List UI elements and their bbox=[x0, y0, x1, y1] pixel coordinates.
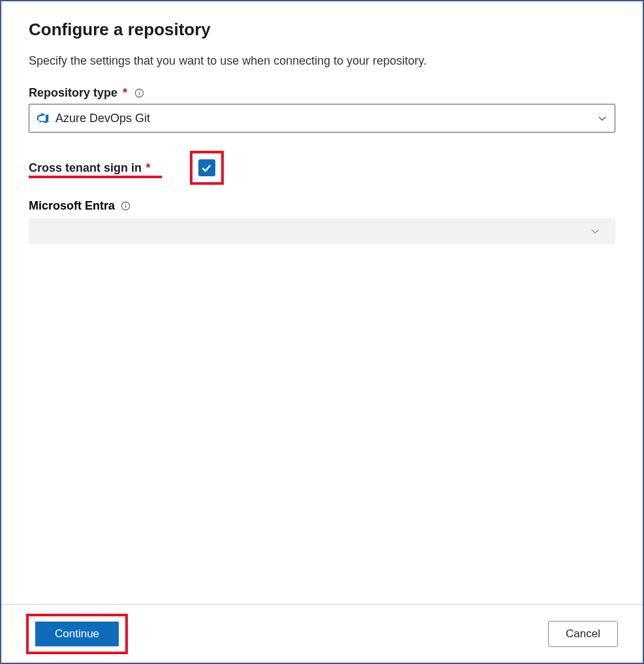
footer-bar: Continue Cancel bbox=[1, 604, 643, 663]
chevron-down-icon bbox=[598, 114, 607, 123]
info-icon[interactable] bbox=[134, 88, 144, 99]
microsoft-entra-select[interactable] bbox=[29, 218, 615, 244]
highlight-box-checkbox bbox=[190, 151, 224, 185]
page-title: Configure a repository bbox=[29, 20, 615, 40]
microsoft-entra-label: Microsoft Entra bbox=[29, 199, 115, 213]
repository-type-value: Azure DevOps Git bbox=[55, 112, 150, 125]
repository-type-select[interactable]: Azure DevOps Git bbox=[29, 104, 615, 133]
cross-tenant-checkbox[interactable] bbox=[198, 159, 215, 176]
chevron-down-icon bbox=[590, 227, 600, 236]
repository-type-label: Repository type bbox=[29, 86, 117, 100]
required-asterisk: * bbox=[123, 86, 127, 100]
continue-button[interactable]: Continue bbox=[35, 622, 119, 646]
cross-tenant-field: Cross tenant sign in * bbox=[29, 151, 615, 185]
info-icon[interactable] bbox=[120, 201, 130, 212]
svg-point-5 bbox=[125, 204, 126, 205]
repository-type-field: Repository type * Azure DevOps Git bbox=[29, 86, 615, 133]
cancel-button[interactable]: Cancel bbox=[548, 621, 618, 647]
cross-tenant-label: Cross tenant sign in bbox=[29, 161, 142, 174]
microsoft-entra-field: Microsoft Entra bbox=[29, 199, 615, 244]
page-subtitle: Specify the settings that you want to us… bbox=[29, 54, 615, 68]
svg-point-2 bbox=[138, 91, 140, 92]
highlight-underline bbox=[29, 176, 162, 178]
highlight-box-continue: Continue bbox=[26, 614, 128, 654]
required-asterisk: * bbox=[146, 161, 150, 174]
azure-devops-icon bbox=[36, 111, 50, 125]
